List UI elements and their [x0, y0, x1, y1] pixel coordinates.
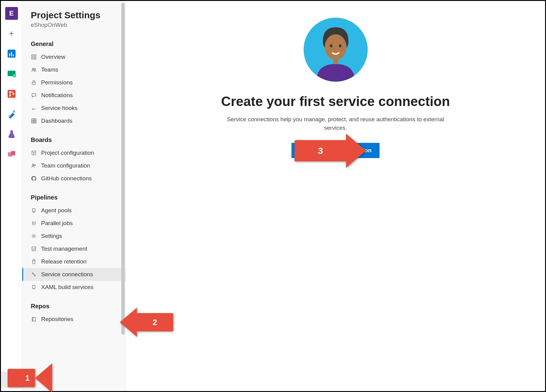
svg-point-38 [33, 235, 34, 237]
section-heading-pipelines: Pipelines [22, 185, 126, 204]
retention-icon [31, 259, 37, 265]
nav-label: Dashboards [41, 118, 72, 124]
svg-rect-3 [13, 54, 14, 56]
nav-label: XAML build services [41, 284, 93, 291]
svg-point-42 [32, 273, 34, 274]
agent-icon [31, 207, 37, 214]
nav-service-hooks[interactable]: Service hooks [22, 102, 126, 115]
hook-icon [31, 105, 37, 111]
callout-1-label: 1 [8, 369, 35, 387]
nav-label: Settings [41, 233, 62, 239]
empty-state-illustration [304, 18, 368, 82]
parallel-icon [31, 220, 37, 226]
app-frame: E + Project Settings eShopOnWeb [0, 0, 546, 392]
nav-label: Test management [41, 245, 87, 252]
sidebar-scroll[interactable]: Project Settings eShopOnWeb General Over… [22, 1, 126, 391]
svg-point-9 [12, 93, 14, 95]
project-name: eShopOnWeb [31, 22, 117, 28]
svg-rect-52 [333, 58, 338, 64]
section-heading-boards: Boards [22, 127, 126, 147]
svg-rect-1 [9, 53, 10, 56]
gear-small-icon [31, 233, 37, 239]
empty-state-subtext: Service connections help you manage, pro… [226, 115, 445, 132]
pipelines-rail-icon[interactable] [5, 108, 18, 120]
grid-icon [31, 118, 37, 124]
svg-rect-13 [11, 151, 15, 155]
svg-rect-44 [33, 285, 35, 289]
callout-2: 2 [120, 308, 173, 337]
nav-service-connections[interactable]: Service connections [22, 268, 126, 281]
nav-overview[interactable]: Overview [22, 51, 126, 63]
svg-rect-15 [34, 55, 36, 56]
overview-rail-icon[interactable] [5, 47, 18, 60]
repo-icon [31, 316, 37, 322]
lock-icon [31, 79, 37, 86]
nav-agent-pools[interactable]: Agent pools [22, 204, 126, 217]
artifacts-rail-icon[interactable] [5, 148, 18, 161]
nav-label: Release retention [41, 258, 87, 265]
svg-point-10 [9, 115, 10, 117]
add-project-button[interactable]: + [5, 27, 18, 40]
svg-point-18 [32, 68, 34, 70]
nav-label: Agent pools [41, 207, 72, 214]
svg-rect-17 [34, 58, 36, 59]
nav-teams[interactable]: Teams [22, 63, 126, 76]
svg-point-50 [330, 44, 332, 48]
nav-parallel-jobs[interactable]: Parallel jobs [22, 217, 126, 230]
main-content: Create your first service connection Ser… [126, 1, 545, 391]
nav-repositories[interactable]: Repositories [22, 313, 126, 326]
sidebar-header: Project Settings eShopOnWeb [22, 1, 126, 31]
svg-rect-2 [11, 52, 12, 56]
testplans-rail-icon[interactable] [5, 128, 18, 140]
svg-point-8 [9, 95, 11, 97]
svg-point-30 [32, 164, 34, 166]
svg-rect-40 [33, 260, 35, 264]
nav-github-connections[interactable]: GitHub connections [22, 172, 126, 185]
svg-point-27 [33, 152, 34, 154]
section-heading-repos: Repos [22, 294, 126, 313]
left-rail: E + [1, 1, 22, 391]
github-icon [31, 175, 37, 182]
person-illustration-icon [304, 18, 368, 82]
project-config-icon [31, 150, 37, 156]
nav-project-config[interactable]: Project configuration [22, 147, 126, 159]
callout-1: 1 [25, 363, 52, 392]
nav-label: Notifications [41, 92, 73, 99]
callout-3: 3 [294, 134, 366, 168]
nav-pipeline-settings[interactable]: Settings [22, 230, 126, 242]
nav-notifications[interactable]: Notifications [22, 89, 126, 102]
svg-rect-11 [13, 110, 15, 113]
svg-point-51 [339, 44, 341, 48]
nav-team-config[interactable]: Team configuration [22, 159, 126, 172]
nav-dashboards[interactable]: Dashboards [22, 115, 126, 127]
empty-state-heading: Create your first service connection [221, 94, 450, 109]
nav-label: Team configuration [41, 162, 90, 169]
svg-rect-46 [32, 317, 36, 321]
overview-icon [31, 54, 37, 60]
section-heading-general: General [22, 31, 126, 51]
callout-3-label: 3 [294, 140, 346, 161]
nav-release-retention[interactable]: Release retention [22, 255, 126, 268]
svg-rect-26 [32, 151, 36, 155]
teams-icon [31, 67, 37, 73]
nav-label: Service hooks [41, 105, 77, 111]
sidebar-scrollbar[interactable] [121, 3, 125, 338]
repos-rail-icon[interactable] [5, 87, 18, 100]
nav-permissions[interactable]: Permissions [22, 76, 126, 89]
nav-label: GitHub connections [41, 175, 92, 182]
nav-label: Permissions [41, 79, 73, 86]
nav-label: Project configuration [41, 150, 94, 156]
nav-test-management[interactable]: Test management [22, 242, 126, 255]
nav-label: Service connections [41, 271, 93, 278]
nav-label: Parallel jobs [41, 220, 73, 227]
nav-xaml-build[interactable]: XAML build services [22, 281, 126, 294]
svg-rect-32 [33, 209, 35, 212]
connection-icon [31, 271, 37, 277]
nav-label: Repositories [41, 316, 73, 323]
page-title: Project Settings [31, 10, 117, 20]
boards-rail-icon[interactable] [5, 67, 18, 80]
project-avatar[interactable]: E [5, 7, 18, 20]
svg-point-19 [34, 69, 36, 70]
nav-label: Overview [41, 54, 65, 60]
scrollbar-thumb[interactable] [121, 3, 125, 335]
